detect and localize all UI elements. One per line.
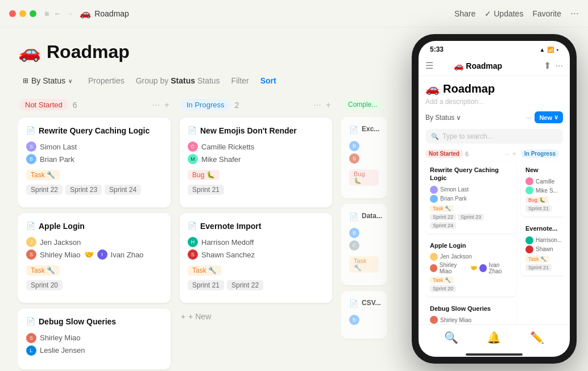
phone-card-evernote[interactable]: Evernote... Harrison... Shawn Task 🔧 [521, 220, 563, 275]
avatar-brian: B [26, 154, 36, 164]
hamburger-icon[interactable]: ☰ [425, 60, 433, 71]
task-tag: Task 🔧 [349, 256, 379, 273]
sprint-tags: Sprint 21 Sprint 22 [188, 280, 324, 290]
plus-icon: + [181, 312, 185, 321]
card-csv[interactable]: 📄 CSV... B [341, 291, 387, 339]
phone-card-title: Debug Slow Queries [430, 305, 512, 312]
fullscreen-button[interactable] [30, 10, 36, 17]
phone-card-title: Rewrite Query Caching Logic [430, 166, 512, 182]
close-button[interactable] [9, 10, 16, 17]
avatar-harrison: H [188, 237, 198, 247]
card-data[interactable]: 📄 Data... B C Task 🔧 [341, 204, 387, 285]
chevron-down-icon: ∨ [68, 78, 72, 84]
not-started-add-button[interactable]: + [164, 100, 169, 110]
minimize-button[interactable] [19, 10, 26, 17]
phone-body: 🚗 Roadmap Add a description... By Status… [419, 76, 570, 324]
phone-card-new-emojis[interactable]: New Camille Mike S... Bug 🐛 [521, 161, 563, 216]
not-started-more-button[interactable]: ··· [152, 100, 159, 110]
in-progress-add-button[interactable]: + [326, 100, 331, 110]
hamburger-icon[interactable]: ≡ [44, 9, 49, 18]
doc-icon: 📄 [26, 317, 35, 327]
card-people: S Simon Last B Brian Park [26, 141, 163, 164]
card-title: 📄 CSV... [349, 299, 379, 309]
more-options-button[interactable]: ··· [570, 7, 579, 19]
phone-new-button[interactable]: New ∨ [535, 111, 563, 123]
forward-icon[interactable]: → [66, 9, 74, 18]
task-tag: Task 🔧 [430, 205, 454, 212]
phone-more-button[interactable]: ··· [526, 114, 531, 121]
phone-person: Harrison... [525, 236, 563, 244]
card-apple-login[interactable]: 📄 Apple Login J Jen Jackson S Shirley Mi… [18, 213, 171, 303]
search-icon: 🔍 [431, 133, 439, 140]
share-button[interactable]: Share [454, 9, 475, 18]
phone-card-rewrite[interactable]: Rewrite Query Caching Logic Simon Last B… [425, 161, 516, 234]
card-tags: Task 🔧 [26, 170, 163, 180]
phone-tags: Bug 🐛 [525, 197, 563, 203]
add-icon[interactable]: + [512, 150, 516, 158]
compose-icon[interactable]: ✏️ [530, 331, 544, 344]
person-row: S Shirley Miao [26, 333, 163, 343]
title-bar: ≡ ← → 🚗 Roadmap Share ✓ Updates Favorite… [0, 0, 588, 27]
in-progress-more-button[interactable]: ··· [313, 100, 321, 110]
group-by-button[interactable]: Group by Status Status [136, 76, 220, 85]
sprint-tags: Sprint 20 [26, 280, 163, 290]
phone-card-debug[interactable]: Debug Slow Queries Shirley Miao [425, 300, 516, 324]
avatar-ivan: I [97, 249, 107, 260]
card-title-text: CSV... [362, 299, 381, 308]
new-label: + New [188, 312, 211, 321]
phone-kanban: Not Started 6 ··· + Rewrite Query Cachin… [425, 149, 563, 324]
sprint-tag: Sprint 24 [430, 222, 456, 229]
card-exc[interactable]: 📄 Exc... B S Bug 🐛 [341, 117, 387, 198]
person-name: Mike Shafer [201, 155, 241, 164]
phone-person: Shirley Miao 🤝 Ivan Zhao [430, 262, 512, 274]
updates-button[interactable]: ✓ Updates [485, 9, 523, 18]
avatar-ivan [479, 264, 487, 272]
card-rewrite-query[interactable]: 📄 Rewrite Query Caching Logic S Simon La… [18, 118, 171, 207]
share-icon[interactable]: ⬆ [544, 60, 551, 71]
person-row: S Shawn Sanchez [188, 249, 324, 260]
favorite-button[interactable]: Favorite [532, 9, 561, 18]
person-row: M Mike Shafer [188, 154, 324, 164]
doc-icon: 📄 [188, 126, 197, 136]
more-icon[interactable]: ··· [504, 150, 510, 158]
by-status-button[interactable]: ⊞ By Status ∨ [18, 74, 77, 87]
task-tag: Task 🔧 [26, 170, 60, 180]
sprint-tag: Sprint 20 [430, 285, 456, 292]
card-title: 📄 Exc... [349, 125, 379, 135]
card-debug-slow-queries[interactable]: 📄 Debug Slow Queries S Shirley Miao L Le… [18, 309, 171, 369]
filter-button[interactable]: Filter [231, 76, 249, 85]
avatar-shirley [430, 264, 437, 272]
back-icon[interactable]: ← [53, 9, 61, 18]
sprint-tag: Sprint 23 [65, 185, 102, 195]
phone-card-apple-login[interactable]: Apple Login Jen Jackson Shirley Miao 🤝 I… [425, 237, 516, 297]
card-tags: Task 🔧 [349, 256, 379, 273]
sort-button[interactable]: Sort [260, 76, 276, 85]
card-new-emojis[interactable]: 📄 New Emojis Don't Render C Camille Rick… [180, 118, 332, 207]
bell-icon[interactable]: 🔔 [487, 331, 501, 344]
new-item-button[interactable]: + + New [180, 309, 212, 324]
phone-by-status[interactable]: By Status ∨ [425, 114, 461, 122]
avatar-camille [525, 177, 533, 185]
column-not-started: Not Started 6 ··· + 📄 Rewrite Query Cach… [18, 99, 171, 371]
avatar-shirley: S [26, 333, 36, 343]
properties-button[interactable]: Properties [88, 76, 125, 85]
avatar-harrison [525, 236, 533, 244]
phone-search-bar[interactable]: 🔍 Type to search... [425, 129, 563, 144]
phone-by-status-text: By Status [425, 114, 454, 122]
phone-toolbar: By Status ∨ ··· New ∨ [425, 111, 563, 123]
person-name: Camille [536, 178, 554, 185]
card-evernote-import[interactable]: 📄 Evernote Import H Harrison Medoff S Sh… [180, 213, 332, 303]
phone-description: Add a description... [425, 98, 563, 106]
task-tag: Task 🔧 [26, 265, 60, 276]
avatar: B [349, 141, 359, 151]
page-nav-title: Roadmap [94, 9, 129, 18]
in-progress-badge: In Progress [181, 99, 230, 111]
page-emoji: 🚗 [80, 8, 91, 19]
more-icon[interactable]: ··· [556, 61, 563, 71]
avatar-mike: M [188, 154, 198, 164]
chevron-down-icon: ∨ [554, 114, 558, 121]
sprint-tag: Sprint 21 [525, 264, 552, 271]
phone-bottom-bar: 🔍 🔔 ✏️ [419, 324, 570, 350]
card-people: B S [349, 141, 379, 164]
search-icon[interactable]: 🔍 [444, 331, 458, 344]
